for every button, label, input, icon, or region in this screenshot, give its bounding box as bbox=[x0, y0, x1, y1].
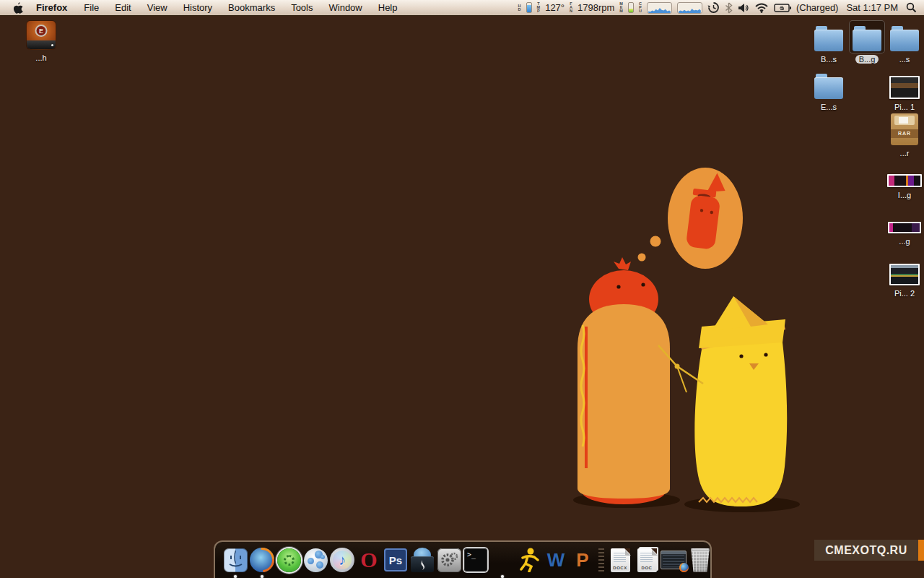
hotdog-character bbox=[578, 257, 670, 504]
dock-msn-messenger-icon[interactable] bbox=[489, 545, 515, 574]
desktop-folder-4[interactable]: E...s bbox=[809, 68, 848, 111]
active-app-name[interactable]: Firefox bbox=[27, 2, 76, 13]
watermark-accent-strip bbox=[918, 540, 924, 561]
dock-minimized-firefox-window[interactable] bbox=[661, 545, 687, 574]
mem-usage-gauge[interactable] bbox=[628, 2, 634, 13]
dock-system-preferences-icon[interactable] bbox=[436, 545, 462, 574]
doc-badge: DOC bbox=[642, 566, 653, 570]
desktop-folder-2-selected[interactable]: B...g bbox=[847, 20, 886, 64]
desktop-file-picture2[interactable]: Pi... 2 bbox=[885, 259, 924, 298]
folder-icon bbox=[853, 30, 881, 51]
dock-firefox-icon[interactable] bbox=[249, 545, 275, 574]
rar-badge: RAR bbox=[891, 129, 918, 138]
aim-running-man bbox=[518, 548, 540, 572]
file-label: ...g bbox=[895, 237, 913, 246]
drive-label: ...h bbox=[32, 53, 50, 62]
apple-icon bbox=[13, 2, 23, 14]
dock-aim-icon[interactable] bbox=[516, 545, 542, 574]
dock-finder-icon[interactable] bbox=[222, 545, 248, 574]
folder-icon bbox=[814, 30, 843, 51]
volume-icon[interactable] bbox=[738, 3, 749, 13]
desktop-file-image2[interactable]: ...g bbox=[885, 212, 924, 246]
wifi-icon[interactable] bbox=[754, 3, 769, 13]
menu-tools[interactable]: Tools bbox=[283, 2, 321, 13]
hard-drive-icon: E bbox=[26, 20, 56, 50]
cpu-graph-1[interactable] bbox=[647, 2, 672, 14]
fan-meter-label: F A N bbox=[570, 2, 572, 13]
folder-icon bbox=[814, 77, 843, 99]
menu-bar: Firefox File Edit View History Bookmarks… bbox=[0, 0, 924, 16]
desktop-file-image1[interactable]: I...g bbox=[885, 165, 924, 199]
image-thumbnail-icon bbox=[889, 76, 920, 99]
terminal-prompt: >_ bbox=[464, 548, 487, 571]
menu-clock[interactable]: Sat 1:17 PM bbox=[843, 2, 901, 13]
image-thumbnail-icon bbox=[889, 264, 920, 285]
hd-usage-gauge[interactable] bbox=[526, 2, 532, 13]
dock-docx-file-icon[interactable]: DOCX bbox=[607, 545, 633, 574]
file-label: Pi... 1 bbox=[891, 103, 918, 111]
photoshop-label: Ps bbox=[384, 548, 407, 571]
battery-status-text[interactable]: (Charged) bbox=[796, 2, 839, 13]
desktop-drive-icon[interactable]: E ...h bbox=[22, 19, 61, 62]
folder-label: E...s bbox=[817, 103, 840, 111]
desktop-file-picture1[interactable]: Pi... 1 bbox=[885, 68, 924, 111]
temp-value[interactable]: 127° bbox=[545, 2, 565, 13]
dock-itunes-icon[interactable]: ♪ bbox=[329, 545, 355, 574]
mem-meter-label: M E M bbox=[619, 2, 623, 13]
dock-network-globe-app-icon[interactable] bbox=[302, 545, 328, 574]
menu-edit[interactable]: Edit bbox=[107, 2, 139, 13]
drive-emblem: E bbox=[35, 25, 48, 37]
rar-archive-icon: RAR bbox=[891, 113, 918, 145]
dock-photoshop-icon[interactable]: Ps bbox=[383, 545, 409, 574]
dock-trash-icon[interactable] bbox=[687, 545, 713, 574]
desktop-file-rar[interactable]: RAR ...r bbox=[885, 114, 924, 158]
menu-view[interactable]: View bbox=[139, 2, 175, 13]
temp-meter-label: T M P bbox=[537, 2, 541, 13]
fan-value[interactable]: 1798rpm bbox=[578, 2, 614, 13]
docx-badge: DOCX bbox=[613, 566, 627, 570]
image-thumbnail-icon bbox=[888, 222, 921, 233]
desktop-folder-1[interactable]: B...s bbox=[809, 20, 848, 64]
music-note-glyph: ♪ bbox=[339, 552, 346, 569]
desktop-folder-3[interactable]: ...s bbox=[885, 20, 924, 64]
time-machine-icon[interactable] bbox=[707, 1, 720, 14]
mustard-character bbox=[658, 296, 787, 506]
dock: ♪ O Ps >_ W bbox=[214, 540, 712, 578]
file-label: ...r bbox=[897, 149, 913, 158]
folder-label: ...s bbox=[896, 55, 914, 64]
dock-doc-file-icon[interactable]: DOC bbox=[634, 545, 660, 574]
menu-file[interactable]: File bbox=[76, 2, 107, 13]
menu-help[interactable]: Help bbox=[370, 2, 406, 13]
spotlight-icon[interactable] bbox=[906, 2, 917, 13]
folder-icon bbox=[890, 30, 919, 51]
thought-bubble-tiny bbox=[638, 254, 646, 262]
file-label: I...g bbox=[894, 191, 915, 199]
dock-word-icon[interactable]: W bbox=[543, 545, 569, 574]
image-thumbnail-icon bbox=[887, 174, 922, 187]
battery-icon[interactable] bbox=[774, 4, 791, 12]
dock-terminal-icon[interactable]: >_ bbox=[463, 545, 489, 574]
hd-meter-label: H D bbox=[518, 4, 521, 12]
folder-label: B...s bbox=[817, 55, 840, 64]
file-label: Pi... 2 bbox=[891, 289, 918, 298]
menu-bookmarks[interactable]: Bookmarks bbox=[220, 2, 283, 13]
bluetooth-icon[interactable] bbox=[725, 2, 733, 14]
watermark-text: CMEXOTQ.RU bbox=[814, 540, 918, 561]
thought-bubble-small bbox=[650, 236, 661, 247]
dock-dark-box-app-icon[interactable] bbox=[409, 545, 435, 574]
menu-history[interactable]: History bbox=[175, 2, 220, 13]
folder-label: B...g bbox=[855, 55, 879, 64]
dock-opera-icon[interactable]: O bbox=[356, 545, 382, 574]
opera-letter: O bbox=[360, 549, 377, 571]
dock-separator bbox=[596, 545, 606, 574]
cpu-graph-2[interactable] bbox=[677, 2, 702, 14]
apple-menu[interactable] bbox=[9, 0, 27, 15]
word-letter: W bbox=[547, 551, 565, 569]
cpu-meter-label: C P U bbox=[639, 2, 642, 13]
wallpaper-illustration bbox=[0, 0, 924, 578]
dock-green-orb-app-icon[interactable] bbox=[276, 545, 302, 574]
powerpoint-letter: P bbox=[576, 551, 588, 569]
dock-powerpoint-icon[interactable]: P bbox=[570, 545, 596, 574]
menu-window[interactable]: Window bbox=[321, 2, 370, 13]
